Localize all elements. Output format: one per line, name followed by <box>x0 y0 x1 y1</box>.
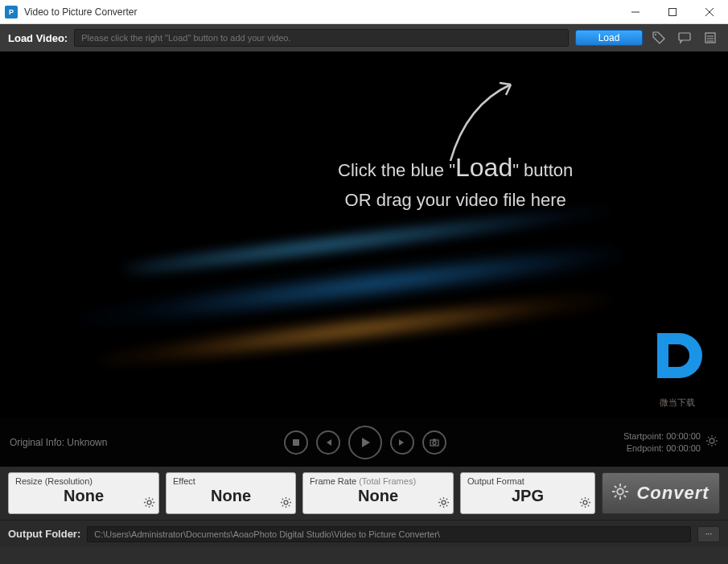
gear-icon[interactable] <box>280 496 292 512</box>
titlebar: P Video to Picture Converter <box>0 0 728 24</box>
output-format-label: Output Format <box>467 476 588 486</box>
window-controls <box>617 0 728 24</box>
svg-rect-10 <box>293 439 299 446</box>
effect-value: None <box>173 487 289 505</box>
svg-point-19 <box>618 488 624 495</box>
resize-label: Resize (Resolution) <box>15 476 152 486</box>
watermark-logo: 微当下载 <box>641 323 714 404</box>
prev-frame-button[interactable] <box>316 430 340 455</box>
original-info-label: Original Info: Unknown <box>10 437 107 448</box>
window-title: Video to Picture Converter <box>24 6 617 18</box>
startpoint-label: Startpoint: <box>623 431 664 441</box>
maximize-button[interactable] <box>654 0 691 24</box>
svg-point-12 <box>433 442 436 445</box>
startpoint-value: 00:00:00 <box>666 431 701 441</box>
close-button[interactable] <box>691 0 728 24</box>
comment-icon[interactable] <box>675 28 694 47</box>
browse-folder-button[interactable]: ··· <box>697 526 720 542</box>
output-format-card[interactable]: Output Format JPG <box>460 472 595 514</box>
svg-point-15 <box>147 500 151 504</box>
endpoint-value: 00:00:00 <box>666 443 701 453</box>
effect-card[interactable]: Effect None <box>166 472 296 514</box>
load-video-bar: Load Video: Load <box>0 24 728 51</box>
output-folder-path[interactable]: C:\Users\Administrator\Documents\AoaoPho… <box>87 526 691 542</box>
svg-point-14 <box>709 438 714 443</box>
list-icon[interactable] <box>701 28 720 47</box>
settings-row: Resize (Resolution) None Effect None Fra… <box>0 467 728 520</box>
frame-rate-value: None <box>310 487 446 505</box>
drop-hint-text: Click the blue "Load" button OR drag you… <box>338 148 573 213</box>
time-points: Startpoint: 00:00:00 Endpoint: 00:00:00 <box>623 430 701 455</box>
frame-rate-card[interactable]: Frame Rate (Total Frames) None <box>302 472 454 514</box>
output-folder-label: Output Folder: <box>8 528 80 540</box>
resize-card[interactable]: Resize (Resolution) None <box>8 472 159 514</box>
svg-point-16 <box>284 500 288 504</box>
frame-rate-label: Frame Rate (Total Frames) <box>310 476 446 486</box>
svg-point-4 <box>655 34 656 35</box>
svg-point-17 <box>442 500 446 504</box>
resize-value: None <box>15 487 152 505</box>
svg-rect-1 <box>669 8 677 15</box>
play-button[interactable] <box>348 426 382 459</box>
playback-controls <box>107 426 623 459</box>
gear-icon[interactable] <box>579 496 591 512</box>
output-folder-row: Output Folder: C:\Users\Administrator\Do… <box>0 520 728 547</box>
convert-label: Convert <box>636 483 709 504</box>
svg-rect-5 <box>679 33 690 40</box>
gear-icon <box>612 484 628 503</box>
svg-point-18 <box>583 500 587 504</box>
svg-rect-13 <box>433 439 436 441</box>
video-path-input[interactable] <box>74 29 569 47</box>
snapshot-button[interactable] <box>422 430 446 455</box>
gear-icon[interactable] <box>143 496 155 512</box>
preview-area[interactable]: Click the blue "Load" button OR drag you… <box>0 51 728 467</box>
convert-button[interactable]: Convert <box>602 472 720 514</box>
endpoint-label: Endpoint: <box>627 443 664 453</box>
effect-label: Effect <box>173 476 289 486</box>
minimize-button[interactable] <box>617 0 654 24</box>
load-video-label: Load Video: <box>8 32 68 44</box>
next-frame-button[interactable] <box>390 430 414 455</box>
output-format-value: JPG <box>467 487 588 505</box>
preview-footer: Original Info: Unknown Startpoint: 00:00… <box>0 418 728 467</box>
load-button[interactable]: Load <box>575 30 643 46</box>
decorative-streak <box>65 242 627 331</box>
stop-button[interactable] <box>284 430 308 455</box>
app-icon: P <box>5 6 18 19</box>
timepoint-settings-icon[interactable] <box>705 434 718 451</box>
tag-icon[interactable] <box>649 28 668 47</box>
gear-icon[interactable] <box>438 496 450 512</box>
